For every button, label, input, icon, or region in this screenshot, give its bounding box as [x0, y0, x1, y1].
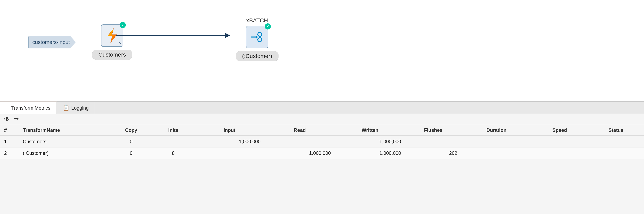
tab-logging[interactable]: 📋 Logging	[57, 102, 95, 114]
metrics-table-container: # TransformName Copy Inits Input Read Wr…	[0, 125, 644, 159]
row1-status	[588, 136, 644, 147]
row1-hash: 1	[0, 136, 19, 147]
customers-checkmark: ✓	[120, 22, 126, 28]
row1-speed	[532, 136, 588, 147]
transform-arrow-icon: ↘	[118, 40, 122, 45]
tab-transform-metrics-label: Transform Metrics	[11, 105, 50, 111]
customers-label: Customers	[92, 50, 132, 60]
row1-input: 1,000,000	[194, 136, 265, 147]
tab-logging-label: Logging	[71, 105, 89, 111]
row2-speed	[532, 147, 588, 159]
table-row: 2 (:Customer) 0 8 1,000,000 1,000,000 20…	[0, 147, 644, 159]
input-node-label: customers-input	[32, 39, 70, 45]
input-node[interactable]: customers-input	[28, 36, 76, 48]
th-inits: Inits	[152, 125, 194, 136]
th-status: Status	[588, 125, 644, 136]
customer-output-node[interactable]: ✓	[246, 26, 268, 48]
row1-copy: 0	[110, 136, 152, 147]
tab-transform-metrics[interactable]: ≡ Transform Metrics	[0, 102, 57, 114]
th-name: TransformName	[19, 125, 110, 136]
row1-duration	[461, 136, 532, 147]
connector-arrow	[116, 35, 230, 36]
row2-read: 1,000,000	[265, 147, 335, 159]
row2-duration	[461, 147, 532, 159]
row2-name: (:Customer)	[19, 147, 110, 159]
eye-button[interactable]: 👁	[4, 116, 10, 123]
svg-marker-0	[108, 29, 117, 43]
th-speed: Speed	[532, 125, 588, 136]
canvas-area: customers-input	[0, 0, 644, 102]
th-input: Input	[194, 125, 265, 136]
th-copy: Copy	[110, 125, 152, 136]
bottom-panel: ≡ Transform Metrics 📋 Logging 👁 ⮩ # Tran…	[0, 102, 644, 214]
row2-inits: 8	[152, 147, 194, 159]
th-written: Written	[335, 125, 405, 136]
th-flushes: Flushes	[405, 125, 461, 136]
th-duration: Duration	[461, 125, 532, 136]
row2-flushes: 202	[405, 147, 461, 159]
row1-name: Customers	[19, 136, 110, 147]
toolbar-row: 👁 ⮩	[0, 114, 644, 125]
tree-button[interactable]: ⮩	[14, 116, 19, 122]
metrics-table: # TransformName Copy Inits Input Read Wr…	[0, 125, 644, 159]
row2-status	[588, 147, 644, 159]
output-node-group[interactable]: ✓ (:Customer)	[236, 26, 278, 61]
row1-read	[265, 136, 335, 147]
row1-written: 1,000,000	[335, 136, 405, 147]
row2-written: 1,000,000	[335, 147, 405, 159]
row1-inits	[152, 136, 194, 147]
row2-copy: 0	[110, 147, 152, 159]
transform-metrics-icon: ≡	[6, 105, 9, 111]
th-read: Read	[265, 125, 335, 136]
tabs-bar: ≡ Transform Metrics 📋 Logging	[0, 102, 644, 114]
logging-icon: 📋	[63, 105, 69, 111]
xbatch-container: xBATCH ✓	[236, 17, 278, 61]
table-row: 1 Customers 0 1,000,000 1,000,000	[0, 136, 644, 147]
row1-flushes	[405, 136, 461, 147]
row2-hash: 2	[0, 147, 19, 159]
table-header-row: # TransformName Copy Inits Input Read Wr…	[0, 125, 644, 136]
th-hash: #	[0, 125, 19, 136]
output-checkmark: ✓	[265, 23, 271, 30]
xbatch-label: xBATCH	[236, 17, 278, 24]
svg-point-2	[258, 38, 262, 42]
row2-input	[194, 147, 265, 159]
neo4j-merge-icon	[250, 30, 264, 44]
flow-diagram: customers-input	[28, 25, 148, 60]
svg-point-1	[258, 32, 262, 36]
customer-output-label: (:Customer)	[236, 51, 278, 61]
